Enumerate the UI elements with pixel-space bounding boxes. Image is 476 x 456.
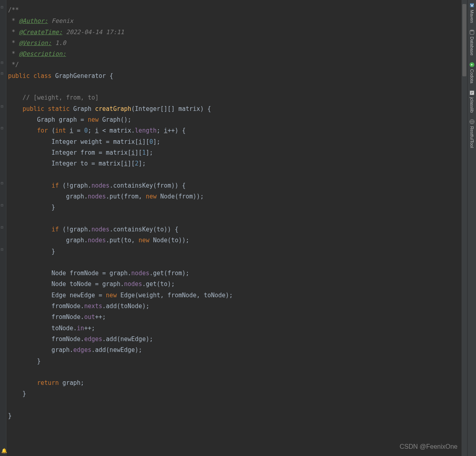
tool-jclasslib[interactable]: jclasslib xyxy=(469,90,475,113)
fold-mark-icon[interactable]: ⊟ xyxy=(1,203,5,206)
notifications-icon[interactable]: 🔔 xyxy=(1,448,7,454)
fold-mark-icon[interactable]: ⊟ xyxy=(1,225,5,228)
codota-icon xyxy=(469,62,475,67)
fold-mark-icon[interactable]: ⊟ xyxy=(1,247,5,250)
tool-codota[interactable]: Codota xyxy=(469,62,475,83)
fold-mark-icon[interactable]: ⊟ xyxy=(1,104,5,107)
javadoc-open: /** xyxy=(8,6,19,14)
tool-database[interactable]: Database xyxy=(469,29,475,55)
tool-restful[interactable]: RestfulTool xyxy=(469,119,475,148)
keyword-class: class xyxy=(33,72,55,80)
jclasslib-icon xyxy=(469,90,475,96)
svg-point-0 xyxy=(470,30,474,31)
fold-mark-icon[interactable]: ⊟ xyxy=(1,60,5,63)
code-editor[interactable]: /** * @Author: Feenix * @CreateTime: 202… xyxy=(6,0,462,456)
class-name: GraphGenerator xyxy=(55,72,109,80)
maven-icon xyxy=(469,2,475,8)
javadoc-author-value: Feenix xyxy=(48,17,73,25)
javadoc-createtime-tag: @CreateTime: xyxy=(19,29,62,36)
code-content: /** * @Author: Feenix * @CreateTime: 202… xyxy=(8,5,460,421)
keyword-public: public xyxy=(8,72,33,80)
fold-mark-icon[interactable]: ⊟ xyxy=(1,5,5,8)
javadoc-close: */ xyxy=(8,61,19,68)
fold-mark-icon[interactable]: ⊟ xyxy=(1,181,5,184)
database-icon xyxy=(469,29,475,35)
right-tool-panel: Maven Database Codota jclasslib RestfulT… xyxy=(467,0,476,456)
javadoc-description-tag: @Description: xyxy=(19,50,66,57)
method-name: creatGraph xyxy=(95,105,131,112)
watermark-text: CSDN @FeenixOne xyxy=(400,441,458,452)
javadoc-author-tag: @Author: xyxy=(19,17,48,25)
fold-mark-icon[interactable]: ⊟ xyxy=(1,71,5,74)
comment-line: // [weight, from, to] xyxy=(8,94,99,101)
tool-maven[interactable]: Maven xyxy=(469,2,475,23)
javadoc-createtime-value: 2022-04-14 17:11 xyxy=(62,29,124,36)
javadoc-version-value: 1.0 xyxy=(51,39,66,47)
vertical-scrollbar[interactable] xyxy=(462,0,467,456)
editor-gutter: ⊟ ⊟ ⊟ ⊟ ⊟ ⊟ ⊟ ⊟ ⊟ xyxy=(0,0,6,456)
javadoc-version-tag: @Version: xyxy=(19,39,51,47)
fold-mark-icon[interactable]: ⊟ xyxy=(1,126,5,129)
globe-icon xyxy=(469,119,475,125)
scrollbar-thumb[interactable] xyxy=(462,4,466,76)
